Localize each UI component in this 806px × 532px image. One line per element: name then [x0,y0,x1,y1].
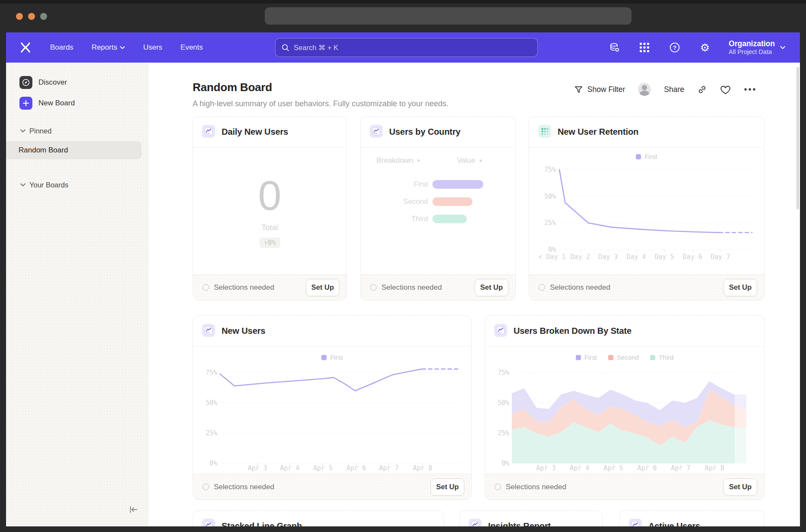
filter-icon [574,85,583,94]
retention-line-chart: 75%50%25%0%< Day 1Day 2Day 3Day 4Day 5Da… [538,162,756,262]
copy-link-icon[interactable] [697,85,707,95]
status-circle-icon [495,484,501,490]
show-filter-label: Show Filter [587,85,625,94]
retention-grid-icon [538,125,551,139]
nav-item-events[interactable]: Events [181,43,203,52]
svg-text:Day 7: Day 7 [711,253,730,261]
set-up-button[interactable]: Set Up [475,279,508,296]
screen: Boards Reports Users Events [0,0,806,532]
card-daily-new-users: Daily New Users 0 Total ↑0% Selections n… [193,116,347,301]
chart-legend: FirstSecondThird [485,354,764,361]
sidebar-section-your-boards[interactable]: Your Boards [6,178,149,191]
legend-swatch [650,355,655,360]
sidebar: Discover New Board Pinned Random Board [6,63,149,526]
svg-text:25%: 25% [498,429,509,437]
org-title: Organization [729,39,775,48]
main-content: Random Board A high-level summary of use… [149,63,800,526]
country-bar-list: FirstSecondThird [376,176,507,228]
section-label: Pinned [29,127,51,135]
search-input[interactable] [294,44,531,52]
status-circle-icon [539,284,545,291]
legend-label: Third [659,354,673,361]
legend-item: First [576,354,597,361]
sidebar-section-pinned[interactable]: Pinned [6,124,149,137]
compass-icon [19,76,32,89]
page-title: Random Board [193,81,448,94]
card-title: Stacked Line Graph [222,521,302,527]
plus-icon [19,97,32,110]
org-subtitle: All Project Data [729,48,775,56]
svg-text:0%: 0% [501,459,509,467]
set-up-button[interactable]: Set Up [431,478,464,496]
svg-text:75%: 75% [544,166,556,174]
global-search[interactable] [275,38,538,57]
bar-category-label: Second [376,197,428,206]
svg-text:25%: 25% [544,219,556,227]
legend-label: First [584,354,597,361]
window-zoom-button[interactable] [40,13,47,20]
sidebar-item-new-board[interactable]: New Board [6,95,149,111]
bar-first [432,180,483,189]
help-icon[interactable]: ? [668,41,681,54]
top-navigation: Boards Reports Users Events [6,32,800,63]
settings-gear-icon[interactable]: ⚙ [698,41,711,54]
line-chart-icon [370,125,383,139]
status-selections-needed: Selections needed [495,483,566,491]
show-filter-button[interactable]: Show Filter [574,85,625,94]
card-title: Insights Report [488,521,551,527]
value-dropdown[interactable]: Value▼ [446,156,494,165]
legend-item: First [636,153,657,160]
svg-text:?: ? [673,44,676,51]
share-label: Share [664,85,684,94]
card-stacked-line-graph: Stacked Line Graph [193,510,444,526]
set-up-button[interactable]: Set Up [723,279,757,296]
sidebar-item-random-board[interactable]: Random Board [6,141,142,159]
sidebar-label: Discover [38,78,67,87]
svg-text:75%: 75% [206,369,217,377]
set-up-button[interactable]: Set Up [306,279,340,296]
legend-swatch [321,355,327,360]
apps-grid-icon[interactable] [638,41,651,54]
line-chart-icon [629,519,642,526]
breakdown-dropdown[interactable]: Breakdown▼ [375,156,422,165]
mixpanel-logo-icon[interactable] [19,41,32,54]
nav-label: Boards [50,43,73,52]
share-button[interactable]: Share [664,85,684,94]
nav-item-boards[interactable]: Boards [50,43,73,52]
new-users-line-chart: 75%50%25%0%Apr 3Apr 4Apr 5Apr 6Apr 7Apr … [202,363,463,472]
card-title: Users by Country [389,127,460,137]
window-minimize-button[interactable] [28,13,35,20]
set-up-button[interactable]: Set Up [723,478,757,496]
data-management-icon[interactable] [608,41,621,54]
status-circle-icon [370,284,377,291]
sidebar-item-discover[interactable]: Discover [6,75,149,90]
legend-label: First [330,354,343,361]
svg-text:50%: 50% [498,399,509,407]
scrollbar[interactable] [796,67,799,209]
nav-item-users[interactable]: Users [143,43,162,52]
more-options-icon[interactable] [744,88,756,91]
line-chart-icon [202,125,215,139]
country-bar-row: Third [376,210,507,228]
svg-text:50%: 50% [544,193,556,200]
window-close-button[interactable] [16,13,23,20]
chevron-down-icon [20,183,25,187]
org-switcher[interactable]: Organization All Project Data [729,39,785,56]
legend-swatch [608,355,613,360]
section-label: Your Boards [29,181,68,189]
sidebar-collapse-button[interactable] [128,505,139,516]
browser-titlebar [0,0,806,32]
chevron-down-icon [780,46,785,49]
card-users-by-country: Users by Country Breakdown▼ Value▼ First… [360,116,516,301]
sidebar-label: New Board [38,99,75,108]
favorite-heart-icon[interactable] [720,85,731,95]
svg-text:0%: 0% [209,459,217,467]
metric-value: 0 [258,174,282,216]
svg-text:< Day 1: < Day 1 [538,253,565,261]
avatar[interactable] [638,83,651,96]
card-users-by-state: Users Broken Down By State FirstSecondTh… [485,315,765,500]
country-bar-row: Second [376,193,507,210]
sidebar-label: Random Board [19,146,68,155]
url-bar[interactable] [265,7,631,25]
nav-item-reports[interactable]: Reports [92,43,125,52]
